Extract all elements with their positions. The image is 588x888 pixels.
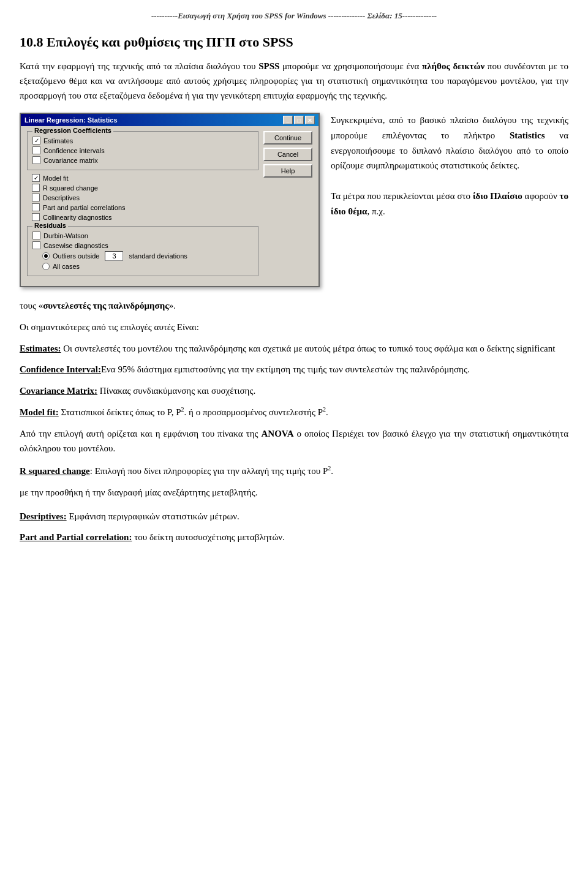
casewise-diagnostics-checkbox[interactable] <box>32 241 40 249</box>
casewise-diagnostics-label: Casewise diagnostics <box>43 242 108 249</box>
outliers-outside-radio[interactable] <box>42 252 50 260</box>
confidence-intervals-checkbox[interactable] <box>32 146 40 154</box>
confidence-intervals-row: Confidence intervals <box>32 146 253 154</box>
r-squared-change-checkbox[interactable] <box>32 184 40 192</box>
estimates-section: Estimates: Οι συντελεστές του μοντέλου τ… <box>20 341 568 356</box>
regression-coefficients-group: Regression Coefficients Estimates Confid… <box>27 131 258 170</box>
model-fit-checkbox[interactable] <box>32 174 40 182</box>
estimates-checkbox[interactable] <box>32 137 40 145</box>
part-partial-checkbox[interactable] <box>32 203 40 211</box>
dialog-section: Linear Regression: Statistics _ □ ✕ Regr… <box>20 113 568 287</box>
part-partial-label: Part and partial correlations <box>43 204 126 211</box>
covariance-matrix-checkbox[interactable] <box>32 156 40 164</box>
residuals-label: Residuals <box>32 222 68 229</box>
help-button[interactable]: Help <box>263 164 312 178</box>
covariance-matrix-section: Covariance Matrix: Πίνακας συνδιακύμανση… <box>20 383 568 399</box>
durbin-watson-checkbox[interactable] <box>32 231 40 239</box>
page-header: ----------Εισαγωγή στη Χρήση του SPSS fo… <box>20 11 568 21</box>
model-fit-section: Model fit: Στατισπικοί δείκτες όπως το P… <box>20 405 568 420</box>
continue-button[interactable]: Continue <box>263 131 312 145</box>
right-column-text: Συγκεκριμένα, από το βασικό πλαίσιο διαλ… <box>331 113 568 287</box>
dialog-body: Regression Coefficients Estimates Confid… <box>21 126 318 286</box>
desriptives-section: Desriptives: Εμφάνιση περιγραφικών στατι… <box>20 509 568 524</box>
part-partial-row: Part and partial correlations <box>32 203 258 211</box>
all-cases-radio[interactable] <box>42 263 50 270</box>
residuals-content: Durbin-Watson Casewise diagnostics Outli… <box>32 231 253 270</box>
confidence-intervals-label: Confidence intervals <box>43 147 105 154</box>
win-titlebar: Linear Regression: Statistics _ □ ✕ <box>21 114 318 126</box>
confidence-interval-section: Confidence Interval:Ενα 95% διάστημα εμπ… <box>20 362 568 377</box>
collinearity-label: Collinearity diagnostics <box>43 214 112 221</box>
descriptives-checkbox[interactable] <box>32 194 40 201</box>
collinearity-checkbox[interactable] <box>32 213 40 221</box>
r-squared-change-section: R squared change: Επιλογή που δίνει πληρ… <box>20 464 568 479</box>
intro-options-text: Οι σημαντικότερες από τις επιλογές αυτές… <box>20 320 568 335</box>
left-panel: Regression Coefficients Estimates Confid… <box>27 131 258 281</box>
model-fit-row: Model fit <box>32 174 258 182</box>
maximize-button[interactable]: □ <box>294 116 304 124</box>
durbin-watson-row: Durbin-Watson <box>32 231 253 239</box>
all-cases-row: All cases <box>42 263 253 270</box>
outliers-outside-label: Outliers outside <box>53 252 99 260</box>
all-cases-label: All cases <box>53 263 80 270</box>
extra-checkboxes-group: Model fit R squared change Descriptives <box>27 174 258 221</box>
residuals-group: Residuals Durbin-Watson Casewise diagnos… <box>27 226 258 276</box>
model-fit-extra-section: Από την επιλογή αυτή ορίζεται και η εμφά… <box>20 426 568 457</box>
r-squared-change-label: R squared change <box>43 184 98 192</box>
dialog-main-content: Regression Coefficients Estimates Confid… <box>27 131 312 281</box>
descriptives-row: Descriptives <box>32 194 258 201</box>
dialog-box-wrapper: Linear Regression: Statistics _ □ ✕ Regr… <box>20 113 320 287</box>
part-partial-section: Part and Partial correlation: του δείκτη… <box>20 530 568 545</box>
regression-coefficients-label: Regression Coefficients <box>32 127 113 134</box>
win-dialog: Linear Regression: Statistics _ □ ✕ Regr… <box>20 113 320 287</box>
estimates-label: Estimates <box>43 137 73 145</box>
chapter-title: 10.8 Επιλογές και ρυθμίσεις της ΠΓΠ στο … <box>20 34 568 50</box>
r-squared-change-extra-section: με την προσθήκη ή την διαγραφή μίας ανεξ… <box>20 485 568 500</box>
dialog-title: Linear Regression: Statistics <box>24 116 118 124</box>
durbin-watson-label: Durbin-Watson <box>43 232 88 239</box>
model-fit-label: Model fit <box>43 175 69 182</box>
right-text-para1: Συγκεκριμένα, από το βασικό πλαίσιο διαλ… <box>331 113 568 173</box>
covariance-matrix-row: Covariance matrix <box>32 156 253 164</box>
outliers-value-input[interactable] <box>105 251 123 261</box>
r-squared-change-row: R squared change <box>32 184 258 192</box>
header-text: ----------Εισαγωγή στη Χρήση του SPSS fo… <box>151 11 437 20</box>
casewise-diagnostics-row: Casewise diagnostics <box>32 241 253 249</box>
regression-coefficients-content: Estimates Confidence intervals Covarianc… <box>32 137 253 164</box>
standard-deviations-label: standard deviations <box>129 252 187 260</box>
close-button[interactable]: ✕ <box>305 116 315 124</box>
intro-paragraph: Κατά την εφαρμογή της τεχνικής από τα πλ… <box>20 59 568 103</box>
collinearity-row: Collinearity diagnostics <box>32 213 258 221</box>
estimates-row: Estimates <box>32 137 253 145</box>
titlebar-buttons: _ □ ✕ <box>283 116 315 124</box>
right-text-para2: Τα μέτρα που περικλείονται μέσα στο ίδιο… <box>331 189 568 219</box>
descriptives-label: Descriptives <box>43 194 80 201</box>
dialog-buttons: Continue Cancel Help <box>263 131 312 281</box>
minimize-button[interactable]: _ <box>283 116 293 124</box>
covariance-matrix-label: Covariance matrix <box>43 157 98 164</box>
below-dialog-text: τους «συντελεστές της παλινδρόμησης». <box>20 298 568 314</box>
cancel-button[interactable]: Cancel <box>263 148 312 161</box>
outliers-outside-row: Outliers outside standard deviations <box>42 251 253 261</box>
